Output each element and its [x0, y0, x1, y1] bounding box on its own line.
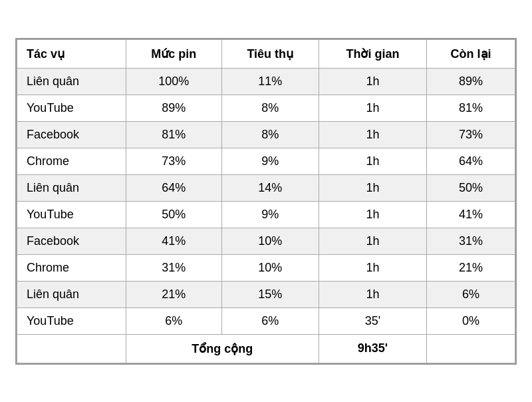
cell-task: Facebook — [17, 228, 126, 254]
cell-remaining: 31% — [427, 228, 515, 254]
footer-empty-2 — [427, 334, 515, 363]
cell-battery: 6% — [126, 307, 221, 334]
cell-task: Liên quân — [17, 68, 126, 95]
cell-task: Liên quân — [17, 174, 126, 201]
cell-battery: 100% — [126, 68, 221, 95]
cell-task: YouTube — [17, 201, 126, 228]
cell-time: 1h — [319, 148, 426, 174]
cell-task: YouTube — [17, 307, 126, 334]
cell-remaining: 73% — [427, 121, 515, 148]
cell-remaining: 0% — [427, 307, 515, 334]
cell-time: 1h — [319, 281, 426, 307]
cell-task: Facebook — [17, 121, 126, 148]
battery-table: Tác vụ Mức pin Tiêu thụ Thời gian Còn lạ… — [17, 39, 515, 363]
cell-consumption: 8% — [221, 121, 319, 148]
table-row: Chrome31%10%1h21% — [17, 254, 515, 281]
cell-remaining: 21% — [427, 254, 515, 281]
table-row: Chrome73%9%1h64% — [17, 148, 515, 174]
cell-task: YouTube — [17, 95, 126, 121]
col-header-consumption: Tiêu thụ — [221, 39, 319, 68]
cell-task: Liên quân — [17, 281, 126, 307]
cell-time: 1h — [319, 95, 426, 121]
cell-consumption: 9% — [221, 148, 319, 174]
cell-battery: 41% — [126, 228, 221, 254]
cell-consumption: 15% — [221, 281, 319, 307]
battery-table-wrapper: Tác vụ Mức pin Tiêu thụ Thời gian Còn lạ… — [15, 38, 517, 365]
cell-remaining: 41% — [427, 201, 515, 228]
footer-empty-1 — [17, 334, 126, 363]
cell-time: 1h — [319, 121, 426, 148]
cell-consumption: 11% — [221, 68, 319, 95]
cell-remaining: 89% — [427, 68, 515, 95]
col-header-task: Tác vụ — [17, 39, 126, 68]
cell-time: 1h — [319, 174, 426, 201]
col-header-remaining: Còn lại — [427, 39, 515, 68]
cell-consumption: 8% — [221, 95, 319, 121]
cell-consumption: 10% — [221, 228, 319, 254]
table-row: Facebook81%8%1h73% — [17, 121, 515, 148]
table-row: Liên quân100%11%1h89% — [17, 68, 515, 95]
cell-consumption: 14% — [221, 174, 319, 201]
cell-battery: 81% — [126, 121, 221, 148]
cell-remaining: 64% — [427, 148, 515, 174]
table-row: YouTube6%6%35'0% — [17, 307, 515, 334]
cell-time: 1h — [319, 228, 426, 254]
table-row: YouTube50%9%1h41% — [17, 201, 515, 228]
col-header-time: Thời gian — [319, 39, 426, 68]
col-header-battery: Mức pin — [126, 39, 221, 68]
cell-task: Chrome — [17, 148, 126, 174]
cell-battery: 21% — [126, 281, 221, 307]
table-body: Liên quân100%11%1h89%YouTube89%8%1h81%Fa… — [17, 68, 515, 334]
cell-battery: 73% — [126, 148, 221, 174]
cell-remaining: 81% — [427, 95, 515, 121]
table-row: YouTube89%8%1h81% — [17, 95, 515, 121]
cell-time: 1h — [319, 254, 426, 281]
cell-time: 1h — [319, 68, 426, 95]
table-row: Liên quân21%15%1h6% — [17, 281, 515, 307]
cell-consumption: 10% — [221, 254, 319, 281]
header-row: Tác vụ Mức pin Tiêu thụ Thời gian Còn lạ… — [17, 39, 515, 68]
cell-consumption: 9% — [221, 201, 319, 228]
cell-time: 1h — [319, 201, 426, 228]
cell-battery: 50% — [126, 201, 221, 228]
cell-consumption: 6% — [221, 307, 319, 334]
cell-remaining: 50% — [427, 174, 515, 201]
footer-total-time: 9h35' — [319, 334, 426, 363]
cell-battery: 31% — [126, 254, 221, 281]
cell-remaining: 6% — [427, 281, 515, 307]
footer-row: Tổng cộng 9h35' — [17, 334, 515, 363]
cell-battery: 89% — [126, 95, 221, 121]
cell-time: 35' — [319, 307, 426, 334]
table-row: Facebook41%10%1h31% — [17, 228, 515, 254]
cell-battery: 64% — [126, 174, 221, 201]
table-row: Liên quân64%14%1h50% — [17, 174, 515, 201]
cell-task: Chrome — [17, 254, 126, 281]
footer-label: Tổng cộng — [126, 334, 319, 363]
